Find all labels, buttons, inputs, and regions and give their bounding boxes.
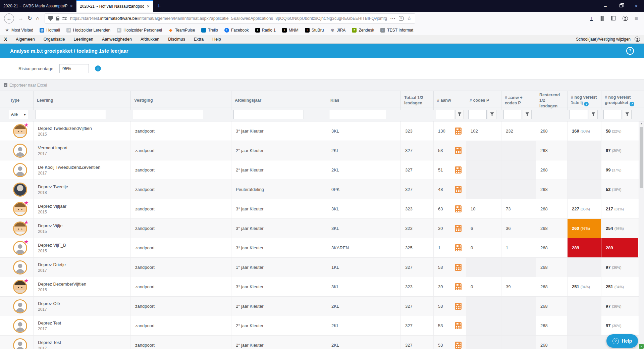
account-icon[interactable] xyxy=(623,16,628,21)
new-tab-button[interactable]: + xyxy=(157,2,161,10)
hamburger-menu-icon[interactable]: ≡ xyxy=(635,15,638,22)
tab-close-icon[interactable]: × xyxy=(147,4,150,9)
bookmark-item[interactable]: iTEST Informat xyxy=(380,28,413,33)
permissions-icon[interactable] xyxy=(62,16,67,20)
window-close-button[interactable]: × xyxy=(629,0,644,12)
table-row[interactable]: Deprez Test2017zandpoort2° jaar Kleuter2… xyxy=(0,336,644,349)
export-to-excel-link[interactable]: Exporteer naar Excel xyxy=(9,83,47,88)
nog-vereist-1ste-lj-filter-button[interactable] xyxy=(589,110,598,119)
calendar-icon[interactable] xyxy=(455,166,462,173)
menu-item-extra[interactable]: Extra xyxy=(194,37,204,42)
bookmark-item[interactable]: ◆TeamPulse xyxy=(168,28,195,33)
home-button[interactable]: ⌂ xyxy=(36,15,39,21)
window-minimize-button[interactable]: – xyxy=(598,0,613,12)
tab-close-icon[interactable]: × xyxy=(70,3,73,9)
bookmark-item[interactable]: fFacebook xyxy=(224,28,249,33)
bookmark-star-icon[interactable]: ☆ xyxy=(407,15,412,21)
vestiging-filter-input[interactable] xyxy=(133,110,203,119)
calendar-icon[interactable] xyxy=(455,303,462,310)
menu-item-leerlingen[interactable]: Leerlingen xyxy=(74,37,93,42)
scroll-down-indicator[interactable]: ∨ xyxy=(639,344,644,349)
forward-button[interactable]: → xyxy=(18,15,23,21)
bookmark-item[interactable]: +Radio 1 xyxy=(255,28,276,33)
totaal-lesdagen-cell: 327 xyxy=(401,141,434,160)
calendar-icon[interactable] xyxy=(455,186,462,193)
vertical-scrollbar[interactable]: ∧ ∨ xyxy=(639,121,644,349)
page-actions-icon[interactable]: ⋯ xyxy=(390,15,395,21)
leerling-filter-input[interactable] xyxy=(36,110,106,119)
bookmark-item[interactable]: +MNM xyxy=(282,28,299,33)
pocket-icon[interactable]: ∨ xyxy=(399,16,404,21)
lock-icon[interactable] xyxy=(56,18,59,20)
aanw-codes-p-cell xyxy=(501,180,536,199)
change-school-link[interactable]: School(jaar)/Vestiging wijzigen xyxy=(576,37,631,42)
nog-vereist-groeipakket-filter-input[interactable] xyxy=(603,110,622,119)
calendar-icon[interactable] xyxy=(455,283,462,290)
browser-tab-inactive[interactable]: 2020-21 ~ GVBS Maria Assumpta/P... × xyxy=(0,0,76,12)
afdelingsjaar-filter-input[interactable] xyxy=(233,110,304,119)
question-icon[interactable]: ? xyxy=(584,102,589,106)
table-row[interactable]: Deprez Tweetje2018zandpoortPeuterafdelin… xyxy=(0,180,644,199)
codes-p-filter-button[interactable] xyxy=(488,110,496,119)
tracking-shield-icon[interactable] xyxy=(48,16,53,21)
calendar-icon[interactable] xyxy=(455,322,462,329)
aanw-filter-button[interactable] xyxy=(455,110,464,119)
table-row[interactable]: ★Deprez TweeduizendVijftien2015zandpoort… xyxy=(0,121,644,141)
calendar-icon[interactable] xyxy=(455,147,462,154)
menu-item-discimus[interactable]: Discimus xyxy=(168,37,185,42)
table-row[interactable]: De Kooij TweeduizendZeventien2017zandpoo… xyxy=(0,160,644,180)
nog-vereist-1ste-lj-filter-input[interactable] xyxy=(570,110,588,119)
url-bar[interactable]: https://start-test.informatsoftware.be/i… xyxy=(45,13,415,23)
calendar-icon[interactable] xyxy=(455,342,462,349)
table-row[interactable]: Deprez Olé2017zandpoort2° jaar Kleuter2K… xyxy=(0,297,644,316)
bookmark-item[interactable]: ZZendesk xyxy=(352,28,374,33)
menu-item-help[interactable]: Help xyxy=(212,37,221,42)
bookmark-item[interactable]: HHooizolder Personeel xyxy=(117,28,162,33)
nog-vereist-groeipakket-filter-button[interactable] xyxy=(623,110,632,119)
table-row[interactable]: ★Deprez Vijfjaar2015zandpoort3° jaar Kle… xyxy=(0,199,644,219)
downloads-icon[interactable]: ↓ xyxy=(590,16,593,21)
codes-p-filter-input[interactable] xyxy=(468,110,487,119)
scrollbar-thumb[interactable] xyxy=(640,127,643,188)
page-help-icon[interactable]: ? xyxy=(626,47,634,55)
klas-filter-input[interactable] xyxy=(329,110,386,119)
calendar-icon[interactable] xyxy=(455,225,462,232)
menu-item-algemeen[interactable]: Algemeen xyxy=(16,37,35,42)
browser-tab-active[interactable]: 2020-21 ~ Hof van Nassau/zandpoo... × xyxy=(76,0,153,12)
calendar-icon[interactable] xyxy=(455,205,462,212)
aanw-filter-input[interactable] xyxy=(436,110,454,119)
menu-item-afdrukken[interactable]: Afdrukken xyxy=(141,37,159,42)
table-row[interactable]: ★Deprez Vijfje2015zandpoort3° jaar Kleut… xyxy=(0,219,644,238)
calendar-icon[interactable] xyxy=(455,264,462,271)
table-row[interactable]: ★Deprez DecemberVijftien2015zandpoort3° … xyxy=(0,277,644,297)
library-icon[interactable] xyxy=(600,16,604,21)
bookmark-item[interactable]: Trello xyxy=(201,28,218,33)
table-row[interactable]: ★Deprez VijF_B2015zandpoort3° jaar Kleut… xyxy=(0,238,644,258)
bookmark-item[interactable]: @Hotmail xyxy=(40,28,60,33)
bookmark-item[interactable]: +StuBru xyxy=(305,28,324,33)
sidebar-icon[interactable] xyxy=(611,16,616,20)
scroll-up-arrow[interactable]: ∧ xyxy=(639,122,644,126)
menu-item-organisatie[interactable]: Organisatie xyxy=(44,37,65,42)
table-row[interactable]: Deprez Test2017zandpoort2° jaar Kleuter2… xyxy=(0,316,644,336)
nog-vereist-groeipakket-cell: 52(19%) xyxy=(601,180,638,199)
type-filter-select[interactable]: Alle▾ xyxy=(9,110,28,119)
window-restore-button[interactable] xyxy=(613,0,629,12)
aanw-codes-p-filter-button[interactable] xyxy=(523,110,532,119)
info-icon[interactable]: i xyxy=(95,65,101,71)
question-icon[interactable]: ? xyxy=(630,102,634,106)
calendar-icon[interactable] xyxy=(455,244,462,251)
aanw-codes-p-filter-input[interactable] xyxy=(503,110,522,119)
calendar-icon[interactable] xyxy=(455,128,462,135)
table-row[interactable]: Deprez Drietje2017zandpoort1° jaar Kleut… xyxy=(0,258,644,277)
back-button[interactable]: ← xyxy=(4,13,14,23)
bookmark-item[interactable]: HHooizolder Lerenden xyxy=(66,28,110,33)
risk-percentage-input[interactable] xyxy=(59,64,89,73)
menu-item-aanwezigheden[interactable]: Aanwezigheden xyxy=(102,37,132,42)
bookmark-item[interactable]: ⊕JIRA xyxy=(330,28,345,33)
reload-button[interactable]: ↻ xyxy=(28,15,32,21)
bookmark-item[interactable]: ★Most Visited xyxy=(5,28,33,33)
table-row[interactable]: Vermaut import2017zandpoort2° jaar Kleut… xyxy=(0,141,644,160)
user-profile-icon[interactable] xyxy=(635,37,640,42)
help-button[interactable]: ? Help xyxy=(606,334,638,348)
